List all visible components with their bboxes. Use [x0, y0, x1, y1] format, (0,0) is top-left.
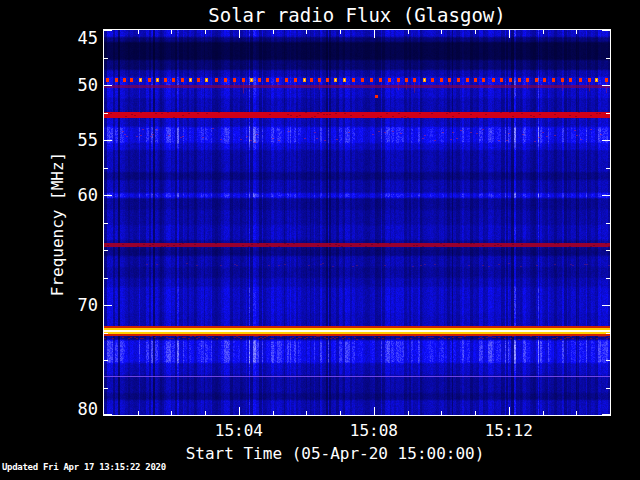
y-axis-title: Frequency [MHz] — [48, 152, 67, 297]
spectrogram-canvas — [104, 30, 610, 415]
x-axis-title: Start Time (05-Apr-20 15:00:00) — [75, 444, 595, 463]
solar-radio-spectrogram-page: Solar radio Flux (Glasgow) Frequency [MH… — [0, 0, 640, 480]
y-tick-label: 80 — [36, 399, 98, 419]
y-tick-label: 55 — [36, 130, 98, 150]
y-tick-label: 60 — [36, 185, 98, 205]
y-tick-label: 70 — [36, 295, 98, 315]
y-tick-label: 45 — [36, 28, 98, 48]
y-tick-label: 50 — [36, 75, 98, 95]
updated-timestamp: Updated Fri Apr 17 13:15:22 2020 — [2, 462, 166, 472]
plot-title: Solar radio Flux (Glasgow) — [104, 4, 610, 26]
x-tick-label: 15:08 — [334, 421, 414, 440]
plot-area — [103, 29, 611, 416]
x-tick-label: 15:12 — [469, 421, 549, 440]
x-tick-label: 15:04 — [199, 421, 279, 440]
